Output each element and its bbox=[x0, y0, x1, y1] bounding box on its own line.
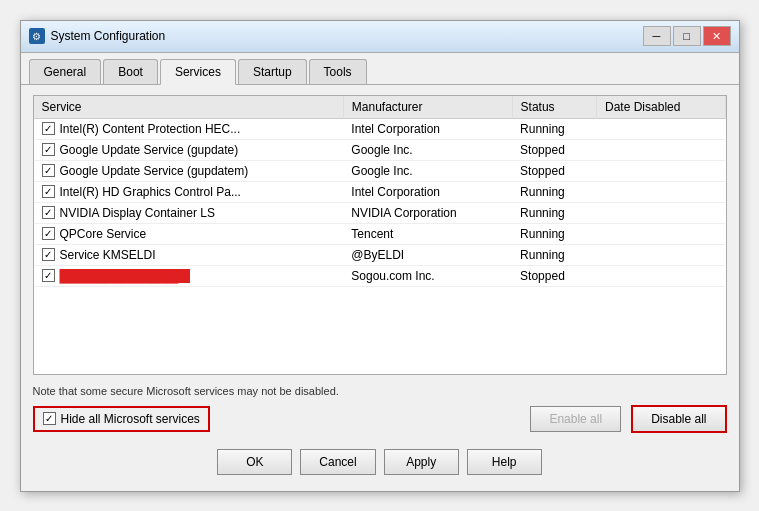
col-service: Service bbox=[34, 96, 344, 119]
apply-button[interactable]: Apply bbox=[384, 449, 459, 475]
close-button[interactable]: ✕ bbox=[703, 26, 731, 46]
manufacturer-cell: Google Inc. bbox=[343, 160, 512, 181]
maximize-button[interactable]: □ bbox=[673, 26, 701, 46]
cancel-button[interactable]: Cancel bbox=[300, 449, 375, 475]
service-checkbox-6[interactable] bbox=[42, 248, 55, 261]
service-cell: Intel(R) Content Protection HEC... bbox=[34, 118, 344, 139]
service-cell: QPCore Service bbox=[34, 223, 344, 244]
manufacturer-cell: Intel Corporation bbox=[343, 118, 512, 139]
service-checkbox-0[interactable] bbox=[42, 122, 55, 135]
status-cell: Stopped bbox=[512, 265, 596, 286]
table-row: ██████████████Sogou.com Inc.Stopped bbox=[34, 265, 726, 286]
disable-all-button[interactable]: Disable all bbox=[631, 405, 726, 433]
hide-ms-label: Hide all Microsoft services bbox=[61, 412, 200, 426]
manufacturer-cell: @ByELDI bbox=[343, 244, 512, 265]
service-checkbox-1[interactable] bbox=[42, 143, 55, 156]
tab-bar: General Boot Services Startup Tools bbox=[21, 53, 739, 85]
ok-button[interactable]: OK bbox=[217, 449, 292, 475]
manufacturer-cell: NVIDIA Corporation bbox=[343, 202, 512, 223]
service-cell: Intel(R) HD Graphics Control Pa... bbox=[34, 181, 344, 202]
service-cell: ██████████████ bbox=[34, 265, 344, 286]
service-name: Google Update Service (gupdatem) bbox=[60, 164, 249, 178]
services-table: Service Manufacturer Status Date Disable… bbox=[34, 96, 726, 287]
table-row: QPCore ServiceTencentRunning bbox=[34, 223, 726, 244]
date-disabled-cell bbox=[597, 118, 725, 139]
tab-boot[interactable]: Boot bbox=[103, 59, 158, 84]
date-disabled-cell bbox=[597, 265, 725, 286]
service-name: Google Update Service (gupdate) bbox=[60, 143, 239, 157]
service-cell: NVIDIA Display Container LS bbox=[34, 202, 344, 223]
manufacturer-cell: Google Inc. bbox=[343, 139, 512, 160]
service-cell: Google Update Service (gupdate) bbox=[34, 139, 344, 160]
dialog-buttons: OK Cancel Apply Help bbox=[33, 443, 727, 481]
table-row: Google Update Service (gupdatem)Google I… bbox=[34, 160, 726, 181]
hide-ms-services-container: Hide all Microsoft services bbox=[33, 406, 210, 432]
minimize-button[interactable]: ─ bbox=[643, 26, 671, 46]
service-cell: Google Update Service (gupdatem) bbox=[34, 160, 344, 181]
service-checkbox-4[interactable] bbox=[42, 206, 55, 219]
col-manufacturer: Manufacturer bbox=[343, 96, 512, 119]
content-area: Service Manufacturer Status Date Disable… bbox=[21, 85, 739, 491]
date-disabled-cell bbox=[597, 223, 725, 244]
status-cell: Running bbox=[512, 244, 596, 265]
manufacturer-cell: Tencent bbox=[343, 223, 512, 244]
date-disabled-cell bbox=[597, 202, 725, 223]
service-checkbox-5[interactable] bbox=[42, 227, 55, 240]
date-disabled-cell bbox=[597, 181, 725, 202]
services-table-container: Service Manufacturer Status Date Disable… bbox=[33, 95, 727, 375]
table-row: Google Update Service (gupdate)Google In… bbox=[34, 139, 726, 160]
bottom-row: Hide all Microsoft services Enable all D… bbox=[33, 405, 727, 433]
status-cell: Stopped bbox=[512, 139, 596, 160]
service-cell: Service KMSELDI bbox=[34, 244, 344, 265]
tab-services[interactable]: Services bbox=[160, 59, 236, 85]
title-bar-controls: ─ □ ✕ bbox=[643, 26, 731, 46]
table-row: Service KMSELDI@ByELDIRunning bbox=[34, 244, 726, 265]
hide-ms-checkbox[interactable] bbox=[43, 412, 56, 425]
status-cell: Stopped bbox=[512, 160, 596, 181]
window-title: System Configuration bbox=[51, 29, 643, 43]
col-date-disabled: Date Disabled bbox=[597, 96, 725, 119]
tab-general[interactable]: General bbox=[29, 59, 102, 84]
title-bar: ⚙ System Configuration ─ □ ✕ bbox=[21, 21, 739, 53]
date-disabled-cell bbox=[597, 139, 725, 160]
service-checkbox-7[interactable] bbox=[42, 269, 55, 282]
bottom-section: Note that some secure Microsoft services… bbox=[33, 385, 727, 433]
service-checkbox-3[interactable] bbox=[42, 185, 55, 198]
service-name: Intel(R) HD Graphics Control Pa... bbox=[60, 185, 241, 199]
status-cell: Running bbox=[512, 118, 596, 139]
redacted-service-name: ██████████████ bbox=[60, 269, 190, 283]
service-name: NVIDIA Display Container LS bbox=[60, 206, 215, 220]
service-name: QPCore Service bbox=[60, 227, 147, 241]
status-cell: Running bbox=[512, 202, 596, 223]
service-checkbox-2[interactable] bbox=[42, 164, 55, 177]
tab-startup[interactable]: Startup bbox=[238, 59, 307, 84]
status-cell: Running bbox=[512, 181, 596, 202]
tab-tools[interactable]: Tools bbox=[309, 59, 367, 84]
manufacturer-cell: Intel Corporation bbox=[343, 181, 512, 202]
col-status: Status bbox=[512, 96, 596, 119]
date-disabled-cell bbox=[597, 160, 725, 181]
service-name: Service KMSELDI bbox=[60, 248, 156, 262]
table-row: Intel(R) Content Protection HEC...Intel … bbox=[34, 118, 726, 139]
table-row: Intel(R) HD Graphics Control Pa...Intel … bbox=[34, 181, 726, 202]
note-text: Note that some secure Microsoft services… bbox=[33, 385, 727, 397]
status-cell: Running bbox=[512, 223, 596, 244]
window-icon: ⚙ bbox=[29, 28, 45, 44]
service-name: Intel(R) Content Protection HEC... bbox=[60, 122, 241, 136]
manufacturer-cell: Sogou.com Inc. bbox=[343, 265, 512, 286]
table-row: NVIDIA Display Container LSNVIDIA Corpor… bbox=[34, 202, 726, 223]
date-disabled-cell bbox=[597, 244, 725, 265]
enable-all-button[interactable]: Enable all bbox=[530, 406, 621, 432]
help-button[interactable]: Help bbox=[467, 449, 542, 475]
system-config-window: ⚙ System Configuration ─ □ ✕ General Boo… bbox=[20, 20, 740, 492]
